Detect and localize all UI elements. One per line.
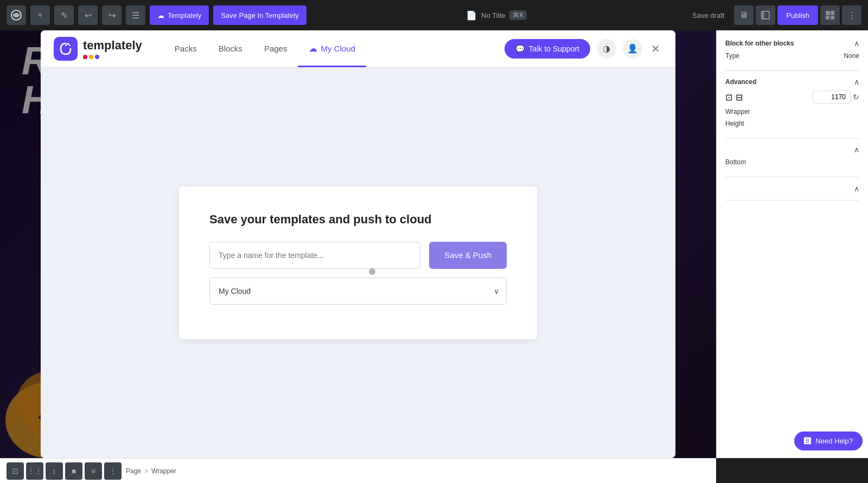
bottom-tool-1[interactable]: ⊡: [7, 462, 24, 480]
dot-red: [83, 55, 87, 59]
bottom-tool-6[interactable]: ⋮: [104, 462, 122, 480]
settings-button[interactable]: [820, 5, 840, 25]
need-help-label: Need Help?: [815, 437, 853, 445]
sidebar-section-title: Block for other blocks: [725, 40, 794, 47]
brand-name-text: templately: [83, 38, 142, 52]
wp-logo-icon: [7, 5, 26, 25]
breadcrumb-separator: >: [144, 467, 148, 475]
bottom-label: Bottom: [725, 158, 746, 166]
modal-header: templately Packs Blocks Pages ☁ My Cloud: [41, 30, 675, 67]
undo-button[interactable]: ↩: [78, 5, 98, 25]
redo-button[interactable]: ↪: [102, 5, 122, 25]
save-page-button[interactable]: Save Page In Templately: [213, 5, 307, 25]
last-collapse-button[interactable]: ∧: [725, 184, 859, 193]
template-name-input[interactable]: [209, 242, 420, 269]
bottom-tool-3[interactable]: ↕: [46, 462, 63, 480]
save-card-select-row: My Cloud Shared Cloud ∨: [209, 278, 507, 305]
save-push-button[interactable]: Save & Push: [429, 242, 507, 269]
sidebar-wrapper-row: Wrapper: [725, 108, 859, 115]
brand-logo-icon: [54, 37, 78, 61]
cloud-select[interactable]: My Cloud Shared Cloud: [209, 278, 507, 305]
view-button[interactable]: 🖥: [734, 5, 754, 25]
need-help-icon: 🅱: [804, 437, 811, 445]
sidebar-width-row: ⊡ ⊟ ↻: [725, 91, 859, 104]
bottom-tool-5[interactable]: ≡: [85, 462, 102, 480]
type-label: Type: [725, 52, 739, 60]
add-block-button[interactable]: +: [30, 5, 50, 25]
width-value-area: ↻: [813, 91, 859, 104]
save-card: Save your templates and push to cloud Sa…: [179, 186, 537, 339]
svg-rect-3: [826, 11, 830, 15]
wp-toolbar: + ✎ ↩ ↪ ☰ ☁ Templately Save Page In Temp…: [0, 0, 868, 30]
dot-purple: [95, 55, 99, 59]
modal-close-button[interactable]: ✕: [649, 41, 662, 56]
tab-packs[interactable]: Packs: [164, 30, 208, 67]
refresh-button[interactable]: ↻: [853, 93, 859, 101]
modal-nav: Packs Blocks Pages ☁ My Cloud: [164, 30, 505, 67]
templately-button[interactable]: ☁ Templately: [150, 5, 209, 25]
sidebar-bottom-section: ∧ Bottom: [725, 145, 859, 177]
sidebar-bottom-row: Bottom: [725, 158, 859, 166]
sidebar-section-header: Block for other blocks ∧: [725, 39, 859, 48]
page-title-area: 📄 No Title ⌘K: [466, 10, 527, 21]
breadcrumb-bar: ⊡ ⋮⋮ ↕ ■ ≡ ⋮ Page > Wrapper: [0, 458, 716, 483]
advanced-label: Advanced: [725, 78, 756, 86]
tab-blocks[interactable]: Blocks: [208, 30, 253, 67]
width-input[interactable]: [813, 91, 851, 104]
width-inputs: ⊡ ⊟: [725, 92, 743, 102]
my-cloud-icon: ☁: [309, 43, 317, 54]
templately-cloud-icon: ☁: [157, 11, 164, 20]
more-options-button[interactable]: ⋮: [842, 5, 861, 25]
edit-button[interactable]: ✎: [54, 5, 74, 25]
talk-to-support-button[interactable]: 💬 Talk to Support: [505, 39, 590, 59]
modal-header-right: 💬 Talk to Support ◑ 👤 ✕: [505, 39, 662, 59]
templately-label: Templately: [168, 11, 201, 20]
tab-pages[interactable]: Pages: [253, 30, 298, 67]
publish-button[interactable]: Publish: [777, 5, 818, 25]
modal-body: Save your templates and push to cloud Sa…: [41, 67, 675, 458]
sidebar-collapse-button[interactable]: ∧: [854, 39, 859, 48]
save-card-input-row: Save & Push: [209, 242, 507, 269]
template-icon-button[interactable]: [756, 5, 775, 25]
toolbar-right-icons: 🖥 Publish ⋮: [734, 5, 861, 25]
type-value: None: [844, 52, 859, 60]
list-view-button[interactable]: ☰: [126, 5, 145, 25]
brand-name-area: templately: [83, 38, 142, 59]
user-icon: 👤: [627, 43, 638, 54]
tab-my-cloud[interactable]: ☁ My Cloud: [298, 30, 366, 67]
breadcrumb-wrapper: Wrapper: [151, 467, 176, 475]
modal-overlay: templately Packs Blocks Pages ☁ My Cloud: [0, 30, 716, 458]
support-chat-icon: 💬: [515, 44, 525, 53]
sidebar-advanced-section: Advanced ∧ ⊡ ⊟ ↻ Wrapper Height: [725, 78, 859, 139]
bottom-left-tools: ⊡ ⋮⋮ ↕ ■ ≡ ⋮: [7, 462, 122, 480]
brand-dots: [83, 55, 142, 59]
user-profile-button[interactable]: 👤: [623, 39, 642, 59]
svg-rect-2: [762, 11, 764, 19]
sidebar-last-section: ∧: [725, 184, 859, 201]
need-help-button[interactable]: 🅱 Need Help?: [794, 432, 863, 450]
bottom-tool-2[interactable]: ⋮⋮: [26, 462, 43, 480]
breadcrumb: Page > Wrapper: [126, 467, 176, 475]
save-draft-button[interactable]: Save draft: [687, 8, 730, 23]
talk-to-support-label: Talk to Support: [529, 44, 579, 53]
theme-icon: ◑: [603, 43, 610, 54]
sidebar-bottom-header: ∧: [725, 145, 859, 154]
breadcrumb-page: Page: [126, 467, 141, 475]
page-title: No Title: [481, 11, 505, 20]
bottom-collapse-button[interactable]: ∧: [854, 145, 859, 154]
sidebar-height-row: Height: [725, 120, 859, 127]
bottom-tool-4[interactable]: ■: [65, 462, 82, 480]
svg-rect-4: [831, 11, 834, 15]
sidebar-advanced-header: Advanced ∧: [725, 78, 859, 86]
advanced-collapse-button[interactable]: ∧: [854, 78, 859, 86]
theme-toggle-button[interactable]: ◑: [597, 39, 616, 59]
page-icon: 📄: [466, 10, 477, 21]
cmd-k-shortcut: ⌘K: [509, 10, 527, 20]
height-label: Height: [725, 120, 744, 127]
sidebar-type-section: Block for other blocks ∧ Type None: [725, 39, 859, 71]
templately-modal: templately Packs Blocks Pages ☁ My Cloud: [41, 30, 675, 458]
save-card-title: Save your templates and push to cloud: [209, 212, 507, 227]
wrapper-label: Wrapper: [725, 108, 750, 115]
right-sidebar: Block for other blocks ∧ Type None Advan…: [716, 30, 868, 458]
sidebar-type-row: Type None: [725, 52, 859, 60]
